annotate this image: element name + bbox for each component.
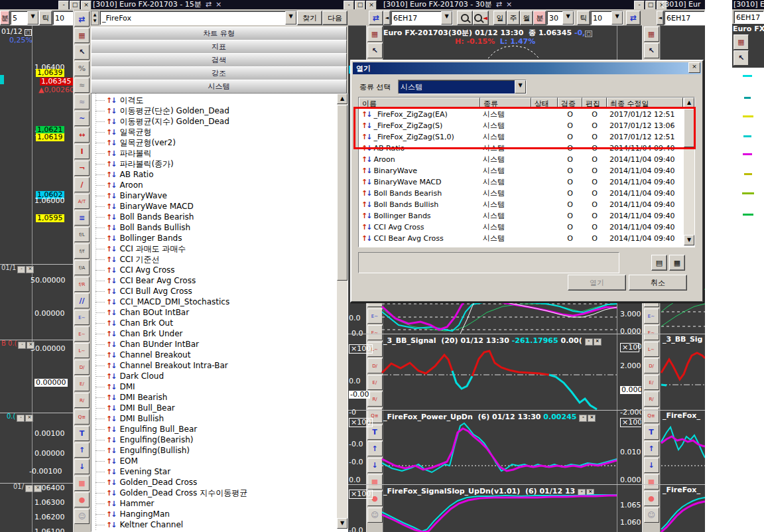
tree-item[interactable]: ↑↓Engulfing Bull_Bear: [92, 424, 337, 434]
circle-mark-icon[interactable]: ●: [74, 492, 90, 507]
tree-item[interactable]: ↑↓Golden_Dead Cross: [92, 477, 337, 488]
swap-icon[interactable]: ⇄: [206, 0, 212, 9]
fib-f-icon[interactable]: f/f: [74, 243, 90, 259]
maximize-icon[interactable]: □: [645, 1, 656, 9]
chevron-down-icon[interactable]: ▼: [515, 80, 526, 94]
category-1[interactable]: 차트 유형: [91, 27, 347, 40]
tick-button[interactable]: 틱: [577, 11, 590, 25]
chevron-down-icon[interactable]: ▼: [285, 11, 296, 25]
dialog-close-icon[interactable]: ×: [688, 62, 700, 73]
category-2[interactable]: 지표: [91, 40, 347, 54]
fib-r-icon[interactable]: f/R: [74, 277, 90, 292]
period-week-button[interactable]: 주: [507, 11, 520, 25]
tree-item[interactable]: ↑↓Chan BOut IntBar: [92, 307, 337, 318]
cursor-icon[interactable]: ↖: [644, 43, 659, 58]
tree-item[interactable]: ↑↓Keltner Channel: [92, 519, 337, 530]
category-5[interactable]: 시스템: [91, 80, 347, 94]
period-minute-button[interactable]: 분: [533, 11, 546, 25]
tree-item[interactable]: ↑↓BinaryWave MACD: [92, 201, 337, 212]
category-3[interactable]: 검색: [91, 53, 347, 67]
text-tool-icon[interactable]: T: [644, 425, 659, 440]
maximize-icon[interactable]: □: [355, 1, 365, 9]
pane-close-icon[interactable]: ×: [34, 485, 42, 492]
column-header-5[interactable]: 편집: [582, 98, 607, 109]
tree-item[interactable]: ↑↓Golden_Dead Cross 지수이동평균: [92, 488, 337, 498]
minute-select[interactable]: 5▼: [10, 11, 39, 25]
tree-item[interactable]: ↑↓DMI Bullish: [92, 413, 337, 424]
fib-l-icon[interactable]: f/L: [74, 227, 90, 242]
tree-item[interactable]: ↑↓DMI Bull_Bear: [92, 403, 337, 413]
tree-item[interactable]: ↑↓CCI Bull Avg Cross: [92, 286, 337, 297]
table-row[interactable]: ↑↓Boll Bands Bearish시스템OO2014/11/04 09:4…: [359, 188, 694, 199]
sync-icon[interactable]: ⇄: [369, 11, 383, 25]
table-row[interactable]: ↑↓AB Ratio시스템OO2014/11/04 09:40: [359, 143, 694, 154]
tree-item[interactable]: ↑↓Boll Bands Bullish: [92, 222, 337, 233]
tree-item[interactable]: ↑↓Engulfing(Bearish): [92, 434, 337, 445]
quote-list-icon[interactable]: Q≡: [74, 409, 90, 425]
swap-icon[interactable]: ⇄: [496, 0, 502, 9]
next-button[interactable]: 다음: [322, 11, 348, 25]
scroll-thumb[interactable]: [684, 109, 694, 147]
film-icon[interactable]: ▦: [733, 34, 749, 50]
sync-icon[interactable]: ⇄: [74, 11, 90, 27]
column-header-4[interactable]: 검증: [558, 98, 582, 109]
arrow-up-icon[interactable]: ↑: [644, 441, 659, 456]
tree-item[interactable]: ↑↓이동평균(단순) Golden_Dead: [92, 105, 337, 116]
tree-item[interactable]: ↑↓CCI Bear Avg Cross: [92, 275, 337, 286]
tree-item[interactable]: ↑↓CCI Avg Cross: [92, 265, 337, 275]
tree-item[interactable]: ↑↓Chan Brk Under: [92, 328, 337, 339]
table-scrollbar[interactable]: ▲ ▼: [684, 98, 694, 245]
cursor-icon[interactable]: ↖: [74, 44, 90, 60]
column-header-3[interactable]: 상태: [531, 98, 558, 109]
collapse-icon[interactable]: ◄: [657, 11, 664, 25]
cancel-button[interactable]: 취소: [629, 275, 687, 291]
table-row[interactable]: ↑↓Aroon시스템OO2014/11/04 09:40: [359, 154, 694, 165]
column-header-2[interactable]: 종류: [480, 98, 531, 109]
minute-button[interactable]: 분: [0, 11, 10, 25]
symbol-select[interactable]: 6EH17▼: [391, 11, 453, 25]
tab-close-icon[interactable]: ×: [506, 0, 512, 9]
search-back-icon[interactable]: ◄: [473, 11, 489, 25]
zigzag-icon[interactable]: ~: [74, 111, 90, 126]
pane-close-icon[interactable]: ×: [594, 338, 602, 346]
minimize-icon[interactable]: -: [634, 1, 645, 9]
v-measure-icon[interactable]: I: [74, 144, 90, 159]
percent-icon[interactable]: %: [74, 61, 90, 76]
tab-chart-e[interactable]: [3010] Eur: [733, 0, 764, 9]
text-tool-icon[interactable]: T: [74, 426, 90, 441]
pane-close-icon[interactable]: ×: [588, 415, 596, 422]
tick-button[interactable]: 틱: [39, 11, 52, 25]
tree-scrollbar[interactable]: ▲ ▼: [337, 94, 348, 529]
env-1-icon[interactable]: E~: [74, 310, 90, 325]
period-month-button[interactable]: 월: [520, 11, 533, 25]
square-mark-icon[interactable]: ■: [367, 474, 383, 490]
hatch-d-icon[interactable]: D/: [644, 358, 659, 373]
tab-chart-15min[interactable]: [3010] Euro FX-201703 - 15분⇄×: [93, 0, 222, 9]
open-button[interactable]: 열기: [568, 275, 626, 291]
tree-item[interactable]: ↑↓EOM: [92, 456, 337, 466]
tree-item[interactable]: ↑↓HangingMan: [92, 509, 337, 519]
fib-a-icon[interactable]: f/A: [74, 260, 90, 275]
minute-select[interactable]: 30▼: [546, 11, 574, 25]
film-icon[interactable]: ▦: [644, 27, 659, 42]
chevron-down-icon[interactable]: ▼: [27, 11, 38, 25]
tree-item[interactable]: ↑↓CCI_MACD_DMI_Stochastics: [92, 297, 337, 307]
h-measure-icon[interactable]: ↔: [74, 127, 90, 143]
symbol-select[interactable]: 6EH17: [664, 11, 705, 25]
minimize-icon[interactable]: -: [344, 1, 354, 9]
spinner-icon[interactable]: ▲▼: [91, 11, 99, 25]
arrow-down-icon[interactable]: ↓: [644, 458, 659, 473]
collapse-icon[interactable]: ◄: [383, 11, 391, 25]
tree-item[interactable]: ↑↓CCI 과매도 과매수: [92, 243, 337, 254]
table-row[interactable]: ↑↓CCI Avg Cross시스템OO2014/11/04 09:40: [359, 222, 694, 233]
minimize-icon[interactable]: -: [58, 1, 69, 9]
symbol-select[interactable]: 6EH17: [733, 11, 764, 24]
search-icon[interactable]: [457, 11, 473, 25]
arrow-up-icon[interactable]: ↑: [367, 441, 383, 456]
pane-close-icon[interactable]: ×: [26, 266, 34, 273]
tree-item[interactable]: ↑↓일목균형: [92, 127, 337, 137]
step-line-icon[interactable]: ¬: [74, 161, 90, 176]
parallel-icon[interactable]: //: [74, 293, 90, 308]
pane-minimize-icon[interactable]: -: [17, 415, 25, 422]
tab-close-icon[interactable]: ×: [216, 0, 222, 9]
